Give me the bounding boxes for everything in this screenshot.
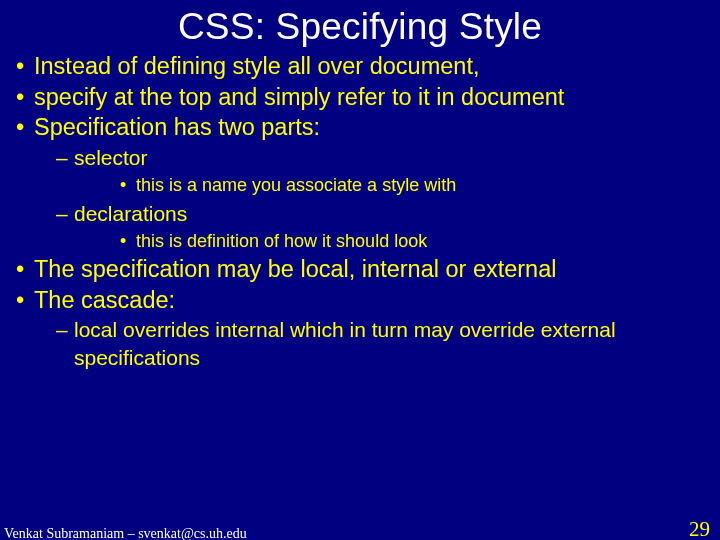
bullet-text: selector: [74, 146, 148, 169]
bullet-text: specify at the top and simply refer to i…: [34, 84, 564, 110]
sub-item: declarations this is definition of how i…: [34, 200, 710, 254]
bullet-text: Instead of defining style all over docum…: [34, 53, 479, 79]
bullet-text: The cascade:: [34, 287, 175, 313]
bullet-list: Instead of defining style all over docum…: [10, 52, 710, 371]
subsub-item: this is a name you associate a style wit…: [74, 173, 710, 197]
bullet-item: specify at the top and simply refer to i…: [10, 83, 710, 112]
slide-title: CSS: Specifying Style: [10, 6, 710, 48]
subsub-item: this is definition of how it should look: [74, 229, 710, 253]
sub-item: selector this is a name you associate a …: [34, 144, 710, 198]
bullet-text: local overrides internal which in turn m…: [74, 318, 616, 368]
subsub-list: this is a name you associate a style wit…: [74, 173, 710, 197]
footer-author: Venkat Subramaniam – svenkat@cs.uh.edu: [4, 526, 247, 540]
bullet-text: The specification may be local, internal…: [34, 256, 557, 282]
sub-item: local overrides internal which in turn m…: [34, 316, 710, 371]
bullet-text: declarations: [74, 202, 187, 225]
bullet-text: Specification has two parts:: [34, 114, 320, 140]
bullet-item: Specification has two parts: selector th…: [10, 113, 710, 253]
slide: CSS: Specifying Style Instead of definin…: [0, 6, 720, 540]
bullet-item: The specification may be local, internal…: [10, 255, 710, 284]
subsub-list: this is definition of how it should look: [74, 229, 710, 253]
sub-list: local overrides internal which in turn m…: [34, 316, 710, 371]
sub-list: selector this is a name you associate a …: [34, 144, 710, 253]
bullet-item: Instead of defining style all over docum…: [10, 52, 710, 81]
bullet-text: this is a name you associate a style wit…: [136, 175, 456, 195]
bullet-text: this is definition of how it should look: [136, 231, 427, 251]
footer-page-number: 29: [689, 517, 710, 540]
bullet-item: The cascade: local overrides internal wh…: [10, 286, 710, 371]
